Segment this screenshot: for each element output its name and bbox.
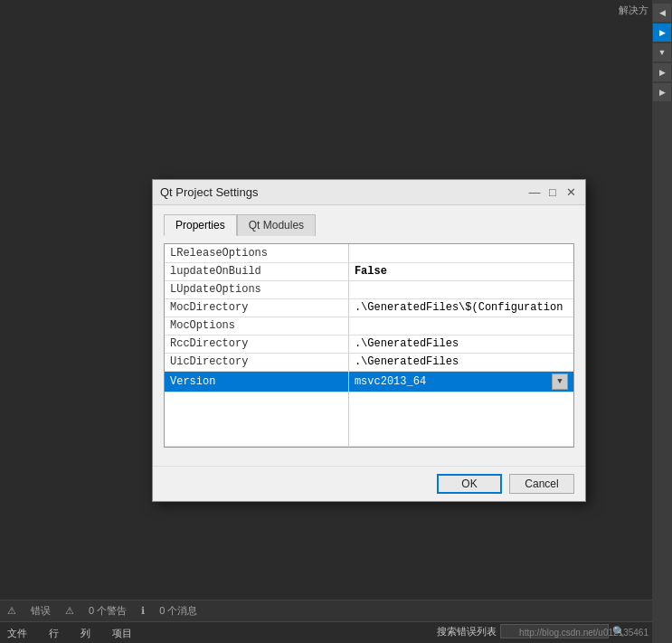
tab-properties[interactable]: Properties [164, 214, 237, 236]
right-sidebar: ◀ ▶ ▼ ▶ ▶ [652, 0, 672, 643]
maximize-button[interactable]: □ [545, 185, 560, 200]
bottom-bar-row1: ⚠ 错误 ⚠ 0 个警告 ℹ 0 个消息 [0, 600, 652, 622]
version-value: msvc2013_64 [355, 375, 426, 388]
dialog-titlebar: Qt Project Settings — □ ✕ [153, 180, 585, 205]
spacer-cell [165, 392, 348, 446]
table-row[interactable]: LReleaseOptions [165, 244, 573, 262]
project-label: 项目 [112, 627, 132, 640]
ok-button[interactable]: OK [437, 474, 502, 494]
dialog-footer: OK Cancel [153, 466, 585, 501]
message-icon: ℹ [141, 605, 145, 617]
dialog-window: Qt Project Settings — □ ✕ Properties Qt … [152, 179, 586, 502]
error-indicator: ⚠ [7, 605, 16, 617]
properties-table-wrapper: LReleaseOptions lupdateOnBuild False LUp… [164, 243, 574, 448]
prop-key: UicDirectory [165, 353, 348, 371]
prop-key-selected: Version [165, 371, 348, 392]
dialog-controls: — □ ✕ [527, 185, 578, 200]
sidebar-btn-3[interactable]: ▼ [653, 43, 671, 61]
table-row[interactable]: lupdateOnBuild False [165, 262, 573, 280]
prop-key: MocOptions [165, 317, 348, 335]
sidebar-btn-2[interactable]: ▶ [653, 24, 671, 42]
watermark: http://blog.csdn.net/u012135461 [519, 628, 648, 638]
version-dropdown-arrow[interactable]: ▼ [552, 374, 568, 390]
table-row-selected[interactable]: Version msvc2013_64 ▼ [165, 371, 573, 392]
line-label: 行 [49, 627, 59, 640]
table-spacer [165, 392, 573, 446]
spacer-cell [348, 392, 573, 446]
table-row[interactable]: LUpdateOptions [165, 280, 573, 298]
sidebar-btn-1[interactable]: ◀ [653, 4, 671, 22]
prop-key: LUpdateOptions [165, 280, 348, 298]
warnings-label: 0 个警告 [89, 604, 127, 618]
sidebar-btn-5[interactable]: ▶ [653, 83, 671, 101]
minimize-button[interactable]: — [527, 185, 542, 200]
prop-value [348, 317, 573, 335]
version-dropdown-cell: msvc2013_64 ▼ [355, 374, 568, 390]
table-row[interactable]: RccDirectory .\GeneratedFiles [165, 335, 573, 353]
sidebar-btn-4[interactable]: ▶ [653, 63, 671, 81]
prop-value: .\GeneratedFiles\$(Configuration [348, 298, 573, 317]
dialog-body: Properties Qt Modules LReleaseOptions lu… [153, 205, 585, 466]
tab-bar: Properties Qt Modules [164, 214, 574, 236]
dialog-title: Qt Project Settings [160, 185, 258, 199]
prop-key: RccDirectory [165, 335, 348, 353]
prop-value: .\GeneratedFiles [348, 353, 573, 371]
col-label: 列 [80, 627, 90, 640]
cancel-button[interactable]: Cancel [509, 474, 574, 494]
prop-key: lupdateOnBuild [165, 262, 348, 280]
close-button[interactable]: ✕ [563, 185, 578, 200]
table-row[interactable]: UicDirectory .\GeneratedFiles [165, 353, 573, 371]
top-hint: 解决方 [619, 4, 648, 17]
prop-value: .\GeneratedFiles [348, 335, 573, 353]
messages-label: 0 个消息 [159, 604, 197, 618]
search-errors-label: 搜索错误列表 [437, 625, 497, 638]
prop-value-selected: msvc2013_64 ▼ [348, 371, 573, 392]
prop-value [348, 244, 573, 262]
prop-key: LReleaseOptions [165, 244, 348, 262]
errors-label: 错误 [31, 604, 51, 618]
table-row[interactable]: MocOptions [165, 317, 573, 335]
tab-qt-modules[interactable]: Qt Modules [237, 214, 316, 236]
table-row[interactable]: MocDirectory .\GeneratedFiles\$(Configur… [165, 298, 573, 317]
prop-key: MocDirectory [165, 298, 348, 317]
warning-icon: ⚠ [65, 605, 74, 617]
prop-value [348, 280, 573, 298]
file-label: 文件 [7, 627, 27, 640]
prop-value: False [348, 262, 573, 280]
properties-table: LReleaseOptions lupdateOnBuild False LUp… [165, 244, 573, 447]
